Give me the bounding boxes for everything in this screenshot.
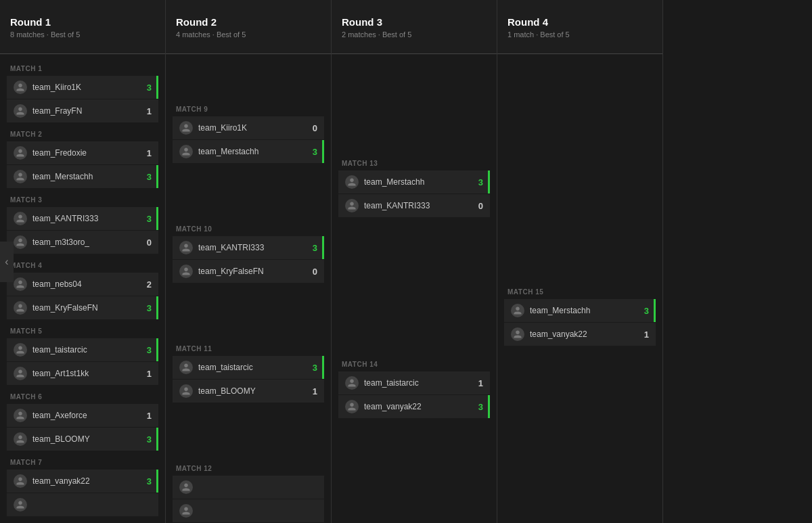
- match-block-match-10: MATCH 10 team_KANTRI3333 team_KryFalseFN…: [166, 220, 331, 283]
- team-name: team_taistarcic: [198, 363, 308, 372]
- matches-area-3: MATCH 13 team_Merstachh3 team_KANTRI3330…: [332, 54, 497, 426]
- team-row: team_KryFalseFN3: [7, 296, 158, 319]
- team-row: team_KryFalseFN0: [173, 260, 324, 283]
- team-row: team_Kiiro1K0: [173, 116, 324, 139]
- round-subtitle-4: 1 match · Best of 5: [508, 30, 652, 39]
- team-row: team_KANTRI3330: [338, 194, 490, 217]
- round-subtitle-1: 8 matches · Best of 5: [10, 30, 155, 39]
- team-score: 0: [308, 267, 317, 277]
- team-score: 0: [474, 201, 483, 211]
- match-label: MATCH 5: [0, 322, 165, 338]
- team-score: 3: [639, 306, 649, 316]
- team-row: team_FrayFN1: [7, 99, 158, 122]
- team-name: team_Kiiro1K: [32, 83, 142, 92]
- team-row: team_Kiiro1K3: [7, 76, 158, 99]
- team-row: team_BLOOMY3: [7, 428, 158, 451]
- match-block-match-8: MATCH 8: [0, 519, 165, 523]
- round-column-2: Round 24 matches · Best of 5MATCH 9 team…: [166, 0, 332, 523]
- team-score: 1: [142, 369, 152, 379]
- match-label: MATCH 6: [0, 388, 165, 403]
- match-block-match-2: MATCH 2 team_Fredoxie1 team_Merstachh3: [0, 125, 165, 188]
- match-block-match-4: MATCH 4 team_nebs042 team_KryFalseFN3: [0, 256, 165, 319]
- winner-bar: [156, 428, 158, 451]
- round-title-2: Round 2: [176, 16, 321, 28]
- avatar-icon: [14, 146, 27, 160]
- match-label: MATCH 1: [0, 60, 165, 75]
- team-score: 3: [308, 363, 317, 373]
- team-name: team_KryFalseFN: [198, 267, 308, 276]
- team-name: team_KANTRI333: [32, 214, 142, 223]
- avatar-icon: [14, 343, 27, 357]
- team-name: team_FrayFN: [32, 106, 142, 116]
- team-score: 3: [142, 434, 152, 445]
- avatar-icon: [14, 235, 27, 249]
- match-block-match-7: MATCH 7 team_vanyak223: [0, 453, 165, 516]
- match-label: MATCH 8: [0, 519, 165, 523]
- team-row: team_taistarcic3: [173, 356, 324, 379]
- team-row: team_taistarcic3: [7, 338, 158, 361]
- match-label: MATCH 10: [166, 220, 331, 235]
- team-name: team_BLOOMY: [198, 386, 308, 396]
- avatar-icon: [345, 199, 359, 212]
- match-block-match-11: MATCH 11 team_taistarcic3 team_BLOOMY1: [166, 340, 331, 403]
- team-row: team_vanyak223: [338, 395, 490, 418]
- team-row: team_Fredoxie1: [7, 141, 158, 164]
- match-label: MATCH 7: [0, 453, 165, 469]
- team-score: 3: [308, 147, 317, 157]
- avatar-icon: [179, 241, 193, 254]
- round-subtitle-3: 2 matches · Best of 5: [342, 30, 487, 39]
- team-score: 3: [142, 303, 152, 313]
- team-name: team_Merstachh: [530, 306, 639, 315]
- team-row: [7, 493, 158, 516]
- matches-area-1: MATCH 1 team_Kiiro1K3 team_FrayFN1MATCH …: [0, 54, 165, 523]
- round-column-4: Round 41 match · Best of 5MATCH 15 team_…: [497, 0, 663, 523]
- match-label: MATCH 12: [166, 459, 331, 475]
- winner-bar: [156, 470, 158, 493]
- round-column-1: Round 18 matches · Best of 5MATCH 1 team…: [0, 0, 166, 523]
- avatar-icon: [345, 376, 359, 390]
- team-name: team_taistarcic: [364, 378, 474, 388]
- match-block-match-3: MATCH 3 team_KANTRI3333 team_m3t3oro_0: [0, 191, 165, 254]
- match-block-match-6: MATCH 6 team_Axeforce1 team_BLOOMY3: [0, 388, 165, 451]
- team-name: team_vanyak22: [364, 402, 474, 411]
- avatar-icon: [511, 304, 524, 317]
- match-label: MATCH 13: [332, 154, 497, 170]
- match-label: MATCH 15: [497, 283, 662, 298]
- winner-bar: [654, 299, 656, 322]
- team-score: 0: [308, 123, 317, 133]
- avatar-icon: [179, 384, 193, 398]
- team-row: team_vanyak221: [504, 323, 656, 346]
- team-name: team_Art1st1kk: [32, 369, 142, 378]
- match-label: MATCH 11: [166, 340, 331, 355]
- team-row: team_nebs042: [7, 273, 158, 296]
- avatar-icon: [179, 361, 193, 374]
- round-header-2: Round 24 matches · Best of 5: [166, 0, 331, 54]
- winner-bar: [156, 338, 158, 361]
- back-arrow[interactable]: ‹: [0, 242, 14, 282]
- team-row: team_BLOOMY1: [173, 380, 324, 403]
- match-block-match-14: MATCH 14 team_taistarcic1 team_vanyak223: [332, 355, 497, 418]
- team-score: 2: [142, 279, 152, 290]
- team-name: team_m3t3oro_: [32, 237, 142, 247]
- match-label: MATCH 14: [332, 355, 497, 371]
- winner-bar: [488, 170, 490, 194]
- team-score: 3: [142, 476, 152, 486]
- avatar-icon: [14, 409, 27, 422]
- team-score: 1: [308, 386, 317, 396]
- team-score: 3: [308, 243, 317, 253]
- round-header-3: Round 32 matches · Best of 5: [332, 0, 497, 54]
- team-row: [173, 476, 324, 499]
- team-score: 1: [142, 106, 152, 116]
- team-score: 3: [142, 214, 152, 224]
- team-row: team_m3t3oro_0: [7, 231, 158, 254]
- match-block-match-9: MATCH 9 team_Kiiro1K0 team_Merstachh3: [166, 100, 331, 163]
- team-score: 3: [142, 172, 152, 182]
- avatar-icon: [14, 277, 27, 291]
- team-score: 3: [474, 402, 483, 412]
- avatar-icon: [179, 504, 193, 518]
- team-name: team_KANTRI333: [364, 201, 474, 210]
- team-row: team_Merstachh3: [7, 165, 158, 188]
- team-row: [173, 499, 324, 522]
- team-name: team_KryFalseFN: [32, 303, 142, 313]
- avatar-icon: [14, 474, 27, 488]
